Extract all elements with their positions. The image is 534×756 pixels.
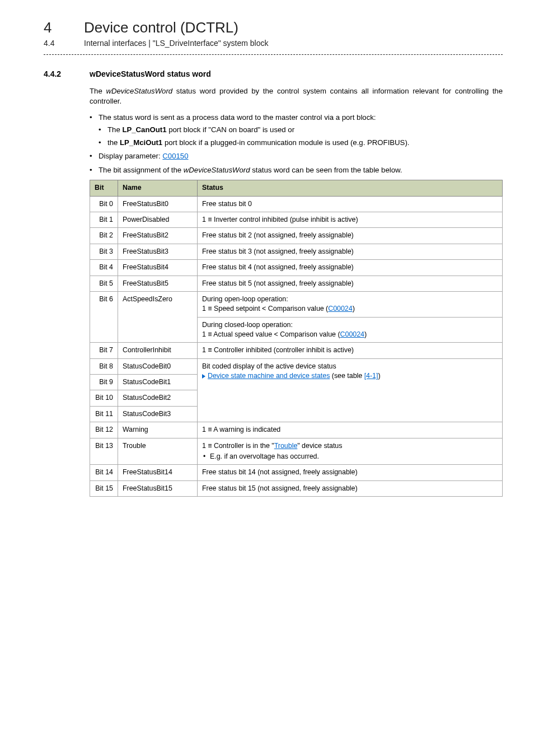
- cell: Bit 4: [90, 260, 118, 276]
- divider: [44, 54, 503, 55]
- cell: Bit 1: [90, 212, 118, 228]
- section-number: 4.4: [44, 39, 68, 48]
- text-italic: wDeviceStatusWord: [106, 87, 172, 95]
- text-bold: LP_MciOut1: [120, 138, 162, 147]
- cell: FreeStatusBit0: [118, 196, 198, 212]
- cell: Free status bit 14 (not assigned, freely…: [198, 465, 503, 480]
- ref-link[interactable]: Device state machine and device states: [208, 372, 330, 380]
- cell: Bit coded display of the active device s…: [198, 358, 503, 422]
- cell: StatusCodeBit1: [118, 375, 198, 390]
- cell: Bit 12: [90, 422, 118, 438]
- subsection-number: 4.4.2: [44, 69, 74, 78]
- table-row: Bit 12 Warning 1 ≡ A warning is indicate…: [90, 422, 503, 438]
- section-title: Internal interfaces | "LS_DriveInterface…: [84, 39, 269, 48]
- cell: StatusCodeBit3: [118, 406, 198, 422]
- cell: Free status bit 0: [198, 196, 503, 212]
- text: ): [353, 305, 355, 312]
- param-link[interactable]: C00024: [328, 305, 352, 312]
- text: The status word is sent as a process dat…: [99, 113, 376, 122]
- text: 1 ≡ Actual speed value < Comparison valu…: [202, 330, 340, 338]
- cell: Bit 2: [90, 228, 118, 244]
- cell: Free status bit 3 (not assigned, freely …: [198, 244, 503, 259]
- col-bit: Bit: [90, 180, 118, 196]
- text: The bit assignment of the: [99, 166, 184, 174]
- cell: Bit 6: [90, 291, 118, 342]
- cell: 1 ≡ Controller is in the "Trouble" devic…: [198, 438, 503, 465]
- text: 1 ≡ Speed setpoint < Comparison value (: [202, 305, 328, 312]
- cell: Free status bit 4 (not assigned, freely …: [198, 260, 503, 276]
- cell: Bit 9: [90, 375, 118, 390]
- cell: Bit 8: [90, 358, 118, 374]
- chapter-title: Device control (DCTRL): [84, 19, 238, 36]
- cell: PowerDisabled: [118, 212, 198, 228]
- cell: FreeStatusBit5: [118, 276, 198, 291]
- subsection-title: wDeviceStatusWord status word: [90, 69, 211, 78]
- cell: Bit 10: [90, 390, 118, 406]
- text: ): [364, 330, 367, 338]
- list-item: Display parameter: C00150: [90, 151, 503, 161]
- text: Display parameter:: [99, 152, 162, 160]
- list-item: The bit assignment of the wDeviceStatusW…: [90, 165, 503, 175]
- list-item: the LP_MciOut1 port block if a plugged-i…: [99, 138, 503, 148]
- param-link[interactable]: C00024: [340, 330, 364, 338]
- text: During open-loop operation:: [202, 295, 288, 303]
- table-row: Bit 8 StatusCodeBit0 Bit coded display o…: [90, 358, 503, 374]
- list-item: The LP_CanOut1 port block if "CAN on boa…: [99, 125, 503, 135]
- table-row: Bit 13 Trouble 1 ≡ Controller is in the …: [90, 438, 503, 465]
- text-italic: wDeviceStatusWord: [184, 166, 250, 174]
- text: Bit coded display of the active device s…: [202, 362, 336, 370]
- text: the: [107, 138, 120, 147]
- table-row: Bit 3 FreeStatusBit3 Free status bit 3 (…: [90, 244, 503, 259]
- col-status: Status: [198, 180, 503, 196]
- cell: FreeStatusBit4: [118, 260, 198, 276]
- cell: Bit 3: [90, 244, 118, 259]
- col-name: Name: [118, 180, 198, 196]
- table-row: Bit 6 ActSpeedIsZero During open-loop op…: [90, 291, 503, 317]
- intro-paragraph: The wDeviceStatusWord status word provid…: [90, 86, 503, 107]
- text: The: [90, 87, 106, 95]
- cell: StatusCodeBit2: [118, 390, 198, 406]
- table-row: Bit 5 FreeStatusBit5 Free status bit 5 (…: [90, 276, 503, 291]
- cell: FreeStatusBit14: [118, 465, 198, 480]
- cell: Bit 7: [90, 343, 118, 358]
- text: port block if "CAN on board" is used or: [167, 125, 295, 134]
- bit-table: Bit Name Status Bit 0 FreeStatusBit0 Fre…: [90, 180, 503, 497]
- table-row: Bit 4 FreeStatusBit4 Free status bit 4 (…: [90, 260, 503, 276]
- table-row: Bit 2 FreeStatusBit2 Free status bit 2 (…: [90, 228, 503, 244]
- cell: FreeStatusBit15: [118, 480, 198, 496]
- text: status word can be seen from the table b…: [250, 166, 402, 174]
- cell: During open-loop operation: 1 ≡ Speed se…: [198, 291, 503, 317]
- text: " device status: [297, 442, 342, 450]
- param-link[interactable]: C00150: [162, 152, 188, 160]
- cell: Bit 14: [90, 465, 118, 480]
- cell: 1 ≡ Inverter control inhibited (pulse in…: [198, 212, 503, 228]
- cell: StatusCodeBit0: [118, 358, 198, 374]
- chapter-number: 4: [44, 19, 68, 36]
- cell: ActSpeedIsZero: [118, 291, 198, 342]
- cell: 1 ≡ A warning is indicated: [198, 422, 503, 438]
- text: The: [107, 125, 122, 134]
- table-row: Bit 0 FreeStatusBit0 Free status bit 0: [90, 196, 503, 212]
- table-row: Bit 14 FreeStatusBit14 Free status bit 1…: [90, 465, 503, 480]
- trouble-link[interactable]: Trouble: [274, 442, 298, 450]
- table-ref-link[interactable]: [4-1]: [364, 372, 378, 380]
- text-bold: LP_CanOut1: [122, 125, 166, 134]
- list-item: The status word is sent as a process dat…: [90, 113, 503, 148]
- cell: Free status bit 15 (not assigned, freely…: [198, 480, 503, 496]
- cell: 1 ≡ Controller inhibited (controller inh…: [198, 343, 503, 358]
- cell: Trouble: [118, 438, 198, 465]
- cell: Bit 5: [90, 276, 118, 291]
- triangle-icon: [202, 374, 205, 379]
- table-header-row: Bit Name Status: [90, 180, 503, 196]
- cell: Warning: [118, 422, 198, 438]
- table-row: Bit 1 PowerDisabled 1 ≡ Inverter control…: [90, 212, 503, 228]
- table-row: Bit 15 FreeStatusBit15 Free status bit 1…: [90, 480, 503, 496]
- text: port block if a plugged-in communication…: [162, 138, 409, 147]
- cell: ControllerInhibit: [118, 343, 198, 358]
- cell: Bit 15: [90, 480, 118, 496]
- cell: Free status bit 2 (not assigned, freely …: [198, 228, 503, 244]
- cell: Bit 13: [90, 438, 118, 465]
- text: During closed-loop operation:: [202, 321, 293, 329]
- cell: Bit 0: [90, 196, 118, 212]
- text: ): [378, 372, 380, 380]
